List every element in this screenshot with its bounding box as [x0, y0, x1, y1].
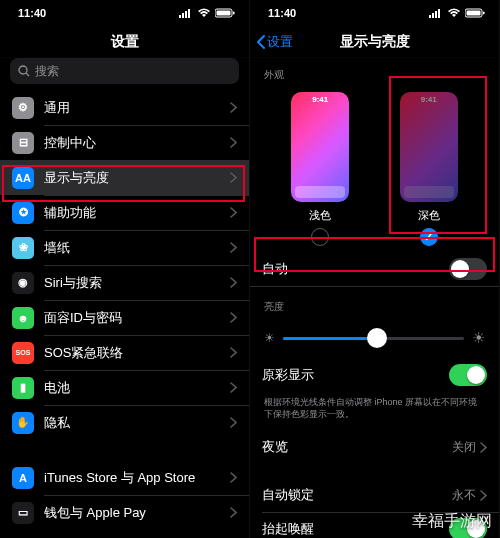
sidebar-item-battery[interactable]: ▮电池 — [0, 370, 249, 405]
appearance-option-dark[interactable]: 9:41 深色 — [384, 92, 474, 246]
sun-small-icon: ☀ — [264, 331, 275, 345]
sidebar-item-display[interactable]: AA显示与亮度 — [0, 160, 249, 195]
sidebar-item-label: 面容ID与密码 — [44, 309, 230, 327]
sidebar-item-siri[interactable]: ◉Siri与搜索 — [0, 265, 249, 300]
search-icon — [18, 65, 30, 77]
nav-header: 设置 — [0, 26, 249, 58]
thumb-dark: 9:41 — [400, 92, 458, 202]
svg-rect-6 — [233, 12, 235, 15]
row-raise-to-wake[interactable]: 抬起唤醒 — [250, 512, 499, 538]
itunes-icon: A — [12, 467, 34, 489]
svg-rect-12 — [438, 9, 440, 18]
true-tone-footer: 根据环境光线条件自动调整 iPhone 屏幕以在不同环境下保持色彩显示一致。 — [250, 392, 499, 430]
chevron-right-icon — [480, 442, 487, 453]
chevron-right-icon — [230, 172, 237, 183]
radio-light[interactable] — [311, 228, 329, 246]
svg-rect-1 — [182, 13, 184, 18]
phone-right: 11:40 设置 显示与亮度 外观 9:41 浅色 — [250, 0, 500, 538]
row-label: 原彩显示 — [262, 366, 449, 384]
sidebar-item-label: 隐私 — [44, 414, 230, 432]
search-input[interactable]: 搜索 — [10, 58, 239, 84]
search-wrap: 搜索 — [0, 58, 249, 90]
brightness-slider[interactable] — [283, 337, 464, 340]
display-settings-body: 外观 9:41 浅色 9:41 深色 自动 — [250, 58, 499, 538]
radio-dark[interactable] — [420, 228, 438, 246]
signal-icon — [179, 8, 193, 18]
toggle-auto[interactable] — [449, 258, 487, 280]
sidebar-item-access[interactable]: ✪辅助功能 — [0, 195, 249, 230]
sun-large-icon: ☀ — [472, 329, 485, 347]
status-bar: 11:40 — [250, 0, 499, 26]
chevron-right-icon — [230, 347, 237, 358]
chevron-left-icon — [256, 34, 266, 50]
sidebar-item-label: 电池 — [44, 379, 230, 397]
toggle-true-tone[interactable] — [449, 364, 487, 386]
row-true-tone[interactable]: 原彩显示 — [250, 358, 499, 392]
section-header-appearance: 外观 — [250, 58, 499, 86]
chevron-right-icon — [480, 490, 487, 501]
svg-point-7 — [19, 66, 27, 74]
faceid-icon: ☻ — [12, 307, 34, 329]
back-button[interactable]: 设置 — [256, 26, 293, 58]
sidebar-item-control[interactable]: ⊟控制中心 — [0, 125, 249, 160]
thumb-time: 9:41 — [291, 92, 349, 106]
toggle-raise-to-wake[interactable] — [449, 518, 487, 538]
row-detail: 永不 — [452, 487, 476, 504]
appearance-label-light: 浅色 — [309, 208, 331, 223]
row-label: 自动 — [262, 260, 449, 278]
chevron-right-icon — [230, 242, 237, 253]
sidebar-item-general[interactable]: ⚙通用 — [0, 90, 249, 125]
sidebar-item-privacy[interactable]: ✋隐私 — [0, 405, 249, 440]
signal-icon — [429, 8, 443, 18]
row-night-shift[interactable]: 夜览 关闭 — [250, 430, 499, 464]
row-label: 抬起唤醒 — [262, 520, 449, 538]
control-icon: ⊟ — [12, 132, 34, 154]
chevron-right-icon — [230, 207, 237, 218]
appearance-option-light[interactable]: 9:41 浅色 — [275, 92, 365, 246]
wifi-icon — [197, 8, 211, 18]
thumb-time: 9:41 — [400, 92, 458, 106]
page-title: 显示与亮度 — [340, 33, 410, 51]
sos-icon: SOS — [12, 342, 34, 364]
back-label: 设置 — [267, 33, 293, 51]
wallet-icon: ▭ — [12, 502, 34, 524]
sidebar-item-faceid[interactable]: ☻面容ID与密码 — [0, 300, 249, 335]
chevron-right-icon — [230, 137, 237, 148]
svg-rect-10 — [432, 13, 434, 18]
status-bar: 11:40 — [0, 0, 249, 26]
sidebar-item-label: 通用 — [44, 99, 230, 117]
status-time: 11:40 — [268, 7, 296, 19]
phone-left: 11:40 设置 搜索 ⚙通用⊟控制中心AA显示与亮度✪辅助功能❀墙纸◉Siri… — [0, 0, 250, 538]
status-indicators — [179, 8, 235, 18]
appearance-picker: 9:41 浅色 9:41 深色 — [250, 86, 499, 252]
appearance-label-dark: 深色 — [418, 208, 440, 223]
settings-list: ⚙通用⊟控制中心AA显示与亮度✪辅助功能❀墙纸◉Siri与搜索☻面容ID与密码S… — [0, 90, 249, 538]
siri-icon: ◉ — [12, 272, 34, 294]
chevron-right-icon — [230, 382, 237, 393]
privacy-icon: ✋ — [12, 412, 34, 434]
sidebar-item-label: SOS紧急联络 — [44, 344, 230, 362]
battery-icon: ▮ — [12, 377, 34, 399]
page-title: 设置 — [111, 33, 139, 51]
svg-rect-15 — [483, 12, 485, 15]
sidebar-item-wallpaper[interactable]: ❀墙纸 — [0, 230, 249, 265]
svg-rect-14 — [467, 11, 481, 16]
chevron-right-icon — [230, 312, 237, 323]
sidebar-item-itunes[interactable]: AiTunes Store 与 App Store — [0, 460, 249, 495]
sidebar-item-label: iTunes Store 与 App Store — [44, 469, 230, 487]
chevron-right-icon — [230, 277, 237, 288]
row-auto[interactable]: 自动 — [250, 252, 499, 286]
row-auto-lock[interactable]: 自动锁定 永不 — [250, 478, 499, 512]
general-icon: ⚙ — [12, 97, 34, 119]
search-placeholder: 搜索 — [35, 63, 59, 80]
section-header-brightness: 亮度 — [250, 286, 499, 318]
sidebar-item-sos[interactable]: SOSSOS紧急联络 — [0, 335, 249, 370]
svg-rect-0 — [179, 15, 181, 18]
sidebar-item-label: 显示与亮度 — [44, 169, 230, 187]
svg-rect-3 — [188, 9, 190, 18]
row-label: 自动锁定 — [262, 486, 452, 504]
thumb-light: 9:41 — [291, 92, 349, 202]
sidebar-item-wallet[interactable]: ▭钱包与 Apple Pay — [0, 495, 249, 530]
svg-rect-9 — [429, 15, 431, 18]
sidebar-item-label: 辅助功能 — [44, 204, 230, 222]
